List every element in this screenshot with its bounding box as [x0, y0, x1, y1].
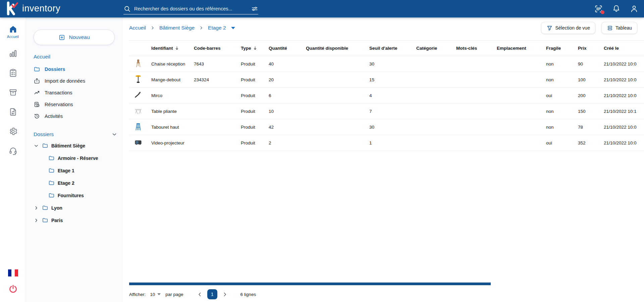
chevron-down-icon[interactable]: [34, 143, 39, 148]
rail-item-statistics[interactable]: [8, 49, 18, 58]
rail-item-support[interactable]: [8, 146, 18, 156]
tree-item-fournitures[interactable]: Fournitures: [34, 189, 117, 202]
column-seuil-alerte[interactable]: Seuil d'alerte: [369, 41, 416, 56]
cell-quantite-disponible: [306, 56, 369, 72]
search-input[interactable]: [134, 6, 248, 11]
gear-icon: [8, 127, 18, 136]
cell-type: Produit: [241, 135, 269, 151]
chevron-right-icon[interactable]: [34, 205, 39, 211]
cell-seuil-alerte: 4: [369, 88, 416, 103]
cell-emplacement: [497, 119, 546, 135]
sidebar-item-reservations[interactable]: Réservations: [34, 98, 117, 110]
cell-categorie: [416, 56, 456, 72]
cell-quantite: 6: [269, 88, 306, 103]
dossiers-section-header[interactable]: Dossiers: [34, 129, 117, 139]
cell-code-barres: 7643: [194, 56, 241, 72]
column-identifiant[interactable]: Identifiant: [151, 41, 194, 56]
cell-identifiant: Chaise réception: [151, 56, 194, 72]
table-row[interactable]: Tabouret haut Produit 42 30 non 78 21/10…: [129, 119, 644, 135]
bar-chart-icon: [8, 49, 18, 58]
table-row[interactable]: Chaise réception 7643 Produit 40 30 non …: [129, 56, 644, 72]
table-row[interactable]: Mange-debout 234324 Produit 20 15 non 10…: [129, 72, 644, 88]
tree-item-label: Paris: [51, 218, 63, 223]
app-logo[interactable]: inventory: [5, 1, 60, 16]
cell-mots-cles: [456, 72, 497, 88]
tree-item-paris[interactable]: Paris: [34, 214, 117, 226]
language-flag-france[interactable]: [8, 269, 18, 276]
column-prix[interactable]: Prix: [578, 41, 604, 56]
table-row[interactable]: Mirco Produit 6 4 oui 200 21/10/2022 10:…: [129, 88, 644, 103]
notifications-button[interactable]: [612, 4, 621, 13]
sort-desc-icon: [253, 46, 258, 51]
tree-item-label: Armoire - Réserve: [58, 156, 98, 161]
next-page-button[interactable]: [222, 292, 228, 297]
tree-item-etage-2[interactable]: Etage 2: [34, 177, 117, 189]
cell-cree-le: 21/10/2022 10:0: [604, 56, 644, 72]
cell-cree-le: 21/10/2022 10:0: [604, 88, 644, 103]
tree-item-etage-1[interactable]: Etage 1: [34, 164, 117, 177]
rail-item-archive[interactable]: [8, 88, 18, 97]
table-row[interactable]: Video-projecteur Produit 2 1 oui 352 21/…: [129, 135, 644, 151]
logout-button[interactable]: [8, 284, 18, 294]
folder-icon: [48, 192, 55, 199]
column-emplacement[interactable]: Emplacement: [497, 41, 546, 56]
chevron-right-icon[interactable]: [34, 218, 39, 223]
cell-cree-le: 21/10/2022 10:0: [604, 135, 644, 151]
tree-item-armoire-reserve[interactable]: Armoire - Réserve: [34, 152, 117, 164]
current-page-button[interactable]: 1: [207, 289, 217, 299]
breadcrumb-etage-2[interactable]: Etage 2: [208, 25, 226, 31]
navigation-sidebar: Nouveau Accueil Dossiers Import de donné…: [26, 17, 122, 302]
rail-item-home[interactable]: Accueil: [7, 25, 19, 39]
breadcrumb-batiment-siege[interactable]: Bâtiment Siège: [159, 25, 195, 31]
column-mots-cles[interactable]: Mots-clés: [456, 41, 497, 56]
previous-page-button[interactable]: [197, 292, 203, 297]
search-filters-icon[interactable]: [251, 5, 258, 12]
history-icon: [34, 113, 40, 120]
sidebar-item-activites[interactable]: Activités: [34, 110, 117, 122]
cell-emplacement: [497, 88, 546, 103]
table-view-button[interactable]: Tableau: [601, 22, 637, 34]
page-size-select[interactable]: 10: [150, 292, 161, 297]
cell-mots-cles: [456, 56, 497, 72]
cell-code-barres: [194, 88, 241, 103]
column-type[interactable]: Type: [241, 41, 269, 56]
cell-prix: 352: [578, 135, 604, 151]
rail-item-inventories[interactable]: [8, 68, 18, 78]
column-quantite-disponible[interactable]: Quantité disponible: [306, 41, 369, 56]
table-row[interactable]: Table pliante Produit 10 7 non 150 21/10…: [129, 103, 644, 119]
rail-item-sync[interactable]: [8, 107, 18, 117]
breadcrumb-dropdown-caret[interactable]: [231, 27, 235, 29]
column-fragile[interactable]: Fragile: [546, 41, 578, 56]
tree-item-label: Etage 2: [58, 180, 74, 186]
column-cree-le[interactable]: Créé le: [604, 41, 644, 56]
document-clock-icon: [34, 101, 40, 108]
cell-mots-cles: [456, 88, 497, 103]
column-quantite[interactable]: Quantité: [269, 41, 306, 56]
sidebar-item-dossiers[interactable]: Dossiers: [34, 63, 117, 75]
sidebar-item-import[interactable]: Import de données: [34, 75, 117, 87]
new-button[interactable]: Nouveau: [34, 30, 115, 45]
folder-icon: [42, 217, 48, 223]
tree-item-batiment-siege[interactable]: Bâtiment Siège: [34, 139, 117, 152]
inventory-table: Identifiant Code-barres Type Quantité Qu…: [129, 40, 644, 275]
app-header: inventory: [0, 0, 644, 17]
sidebar-item-transactions[interactable]: Transactions: [34, 87, 117, 98]
column-categorie[interactable]: Catégorie: [416, 41, 456, 56]
cell-mots-cles: [456, 103, 497, 119]
account-button[interactable]: [630, 4, 639, 13]
folder-icon: [48, 180, 55, 186]
cell-cree-le: 21/10/2022 10:0: [604, 72, 644, 88]
rail-item-settings[interactable]: [8, 127, 18, 136]
sidebar-item-accueil[interactable]: Accueil: [34, 52, 117, 63]
breadcrumb-accueil[interactable]: Accueil: [129, 25, 146, 31]
view-selection-button[interactable]: Sélection de vue: [541, 22, 595, 34]
tree-item-label: Fournitures: [58, 193, 84, 198]
cell-quantite: 2: [269, 135, 306, 151]
plus-box-icon: [58, 34, 65, 41]
barcode-scanner-button[interactable]: [594, 4, 603, 13]
tree-item-lyon[interactable]: Lyon: [34, 202, 117, 214]
sidebar-item-label: Réservations: [45, 102, 73, 107]
cell-seuil-alerte: 1: [369, 135, 416, 151]
horizontal-scrollbar[interactable]: [129, 283, 491, 285]
column-code-barres[interactable]: Code-barres: [194, 41, 241, 56]
